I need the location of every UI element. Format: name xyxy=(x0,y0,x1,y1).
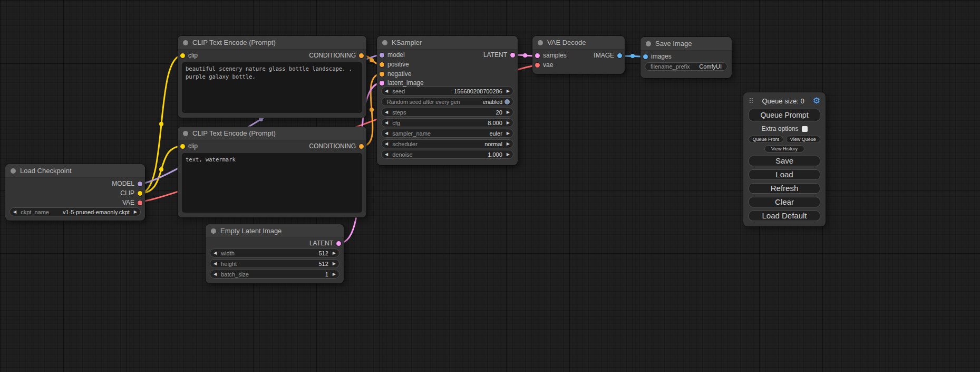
input-slot-images[interactable]: images xyxy=(643,52,672,61)
node-clip-text-encode-negative[interactable]: CLIP Text Encode (Prompt) clip CONDITION… xyxy=(178,127,366,217)
image-slot-dot[interactable] xyxy=(617,53,622,58)
node-load-checkpoint[interactable]: Load Checkpoint MODEL CLIP VAE ◀ ckpt_na… xyxy=(5,164,145,221)
decrement-arrow-icon[interactable]: ◀ xyxy=(385,142,388,146)
widget-height[interactable]: ◀ height 512 ▶ xyxy=(210,259,339,268)
decrement-arrow-icon[interactable]: ◀ xyxy=(385,121,388,125)
drag-handle-icon[interactable]: ⠿ xyxy=(749,97,754,105)
model-slot-dot[interactable] xyxy=(380,53,384,58)
input-slot-negative[interactable]: negative xyxy=(380,69,411,79)
widget-filename-prefix[interactable]: filename_prefix ComfyUI xyxy=(645,62,727,71)
output-slot-conditioning[interactable]: CONDITIONING xyxy=(309,51,364,60)
clip-slot-dot[interactable] xyxy=(138,191,142,196)
widget-width[interactable]: ◀ width 512 ▶ xyxy=(210,249,339,257)
node-title-bar[interactable]: KSampler xyxy=(377,36,518,50)
conditioning-slot-dot[interactable] xyxy=(359,53,364,58)
load-button[interactable]: Load xyxy=(749,169,820,180)
node-title-bar[interactable]: Empty Latent Image xyxy=(206,224,344,238)
node-title-bar[interactable]: Save Image xyxy=(641,37,732,51)
vae-slot-dot[interactable] xyxy=(138,201,142,205)
extra-options-checkbox[interactable] xyxy=(802,126,808,132)
node-vae-decode[interactable]: VAE Decode samples IMAGE vae xyxy=(532,36,625,74)
output-slot-conditioning[interactable]: CONDITIONING xyxy=(309,141,364,151)
widget-scheduler[interactable]: ◀ scheduler normal ▶ xyxy=(381,139,513,148)
widget-batch-size[interactable]: ◀ batch_size 1 ▶ xyxy=(210,270,339,279)
widget-random-seed-toggle[interactable]: Random seed after every gen enabled xyxy=(381,97,513,106)
input-slot-clip[interactable]: clip xyxy=(180,51,198,60)
input-slot-vae[interactable]: vae xyxy=(535,60,553,70)
widget-steps[interactable]: ◀ steps 20 ▶ xyxy=(381,108,513,117)
node-clip-text-encode-positive[interactable]: CLIP Text Encode (Prompt) clip CONDITION… xyxy=(178,36,366,118)
collapse-dot-icon[interactable] xyxy=(538,40,543,45)
decrement-arrow-icon[interactable]: ◀ xyxy=(385,89,388,93)
widget-cfg[interactable]: ◀ cfg 8.000 ▶ xyxy=(381,118,513,127)
output-slot-model[interactable]: MODEL xyxy=(112,179,142,188)
output-slot-image[interactable]: IMAGE xyxy=(594,51,622,60)
input-slot-model[interactable]: model xyxy=(380,50,405,60)
queue-prompt-button[interactable]: Queue Prompt xyxy=(749,109,820,121)
collapse-dot-icon[interactable] xyxy=(183,40,188,45)
negative-prompt-textarea[interactable]: text, watermark xyxy=(182,153,362,213)
settings-gear-icon[interactable]: ⚙ xyxy=(813,97,820,105)
view-queue-button[interactable]: View Queue xyxy=(786,136,821,143)
output-slot-vae[interactable]: VAE xyxy=(122,198,142,207)
latent-slot-dot[interactable] xyxy=(510,53,515,58)
model-slot-dot[interactable] xyxy=(138,182,142,186)
increment-arrow-icon[interactable]: ▶ xyxy=(333,262,336,266)
increment-arrow-icon[interactable]: ▶ xyxy=(507,152,510,157)
widget-sampler-name[interactable]: ◀ sampler_name euler ▶ xyxy=(381,129,513,138)
image-slot-dot[interactable] xyxy=(643,54,648,59)
comfyui-canvas[interactable]: { "colors": { "MODEL": "#B39DDB", "CLIP"… xyxy=(0,0,980,372)
queue-front-button[interactable]: Queue Front xyxy=(749,136,783,143)
clip-slot-dot[interactable] xyxy=(180,53,185,58)
widget-seed[interactable]: ◀ seed 156680208700286 ▶ xyxy=(381,87,513,96)
input-slot-positive[interactable]: positive xyxy=(380,60,409,69)
increment-arrow-icon[interactable]: ▶ xyxy=(507,110,510,115)
clip-slot-dot[interactable] xyxy=(180,144,185,149)
increment-arrow-icon[interactable]: ▶ xyxy=(333,272,336,276)
vae-slot-dot[interactable] xyxy=(535,63,540,68)
output-slot-clip[interactable]: CLIP xyxy=(120,188,142,198)
latent-slot-dot[interactable] xyxy=(380,81,384,85)
node-empty-latent-image[interactable]: Empty Latent Image LATENT ◀ width 512 ▶ … xyxy=(206,224,344,283)
positive-prompt-textarea[interactable]: beautiful scenery nature glass bottle la… xyxy=(182,62,362,113)
node-title-bar[interactable]: CLIP Text Encode (Prompt) xyxy=(178,36,366,50)
clear-button[interactable]: Clear xyxy=(749,197,820,207)
collapse-dot-icon[interactable] xyxy=(382,40,387,45)
save-button[interactable]: Save xyxy=(749,156,820,166)
collapse-dot-icon[interactable] xyxy=(183,131,188,136)
collapse-dot-icon[interactable] xyxy=(211,228,216,234)
decrement-arrow-icon[interactable]: ◀ xyxy=(214,262,217,266)
widget-ckpt-name[interactable]: ◀ ckpt_name v1-5-pruned-emaonly.ckpt ▶ xyxy=(9,207,141,216)
collapse-dot-icon[interactable] xyxy=(11,168,16,174)
latent-slot-dot[interactable] xyxy=(535,53,540,58)
refresh-button[interactable]: Refresh xyxy=(749,183,820,194)
view-history-button[interactable]: View History xyxy=(764,145,804,152)
conditioning-slot-dot[interactable] xyxy=(359,144,364,149)
increment-arrow-icon[interactable]: ▶ xyxy=(507,89,510,93)
increment-arrow-icon[interactable]: ▶ xyxy=(333,251,336,255)
conditioning-slot-dot[interactable] xyxy=(380,62,384,67)
widget-denoise[interactable]: ◀ denoise 1.000 ▶ xyxy=(381,150,513,159)
output-slot-latent[interactable]: LATENT xyxy=(309,239,341,248)
input-slot-samples[interactable]: samples xyxy=(535,51,567,60)
decrement-arrow-icon[interactable]: ◀ xyxy=(13,210,16,214)
node-title-bar[interactable]: VAE Decode xyxy=(532,36,625,50)
output-slot-latent[interactable]: LATENT xyxy=(483,50,515,60)
increment-arrow-icon[interactable]: ▶ xyxy=(507,131,510,136)
decrement-arrow-icon[interactable]: ◀ xyxy=(385,152,388,157)
toggle-knob-icon[interactable] xyxy=(504,99,510,104)
input-slot-clip[interactable]: clip xyxy=(180,141,198,151)
collapse-dot-icon[interactable] xyxy=(646,41,651,46)
node-title-bar[interactable]: CLIP Text Encode (Prompt) xyxy=(178,127,366,140)
increment-arrow-icon[interactable]: ▶ xyxy=(507,121,510,125)
conditioning-slot-dot[interactable] xyxy=(380,72,384,77)
decrement-arrow-icon[interactable]: ◀ xyxy=(214,251,217,255)
decrement-arrow-icon[interactable]: ◀ xyxy=(214,272,217,276)
load-default-button[interactable]: Load Default xyxy=(749,211,820,221)
decrement-arrow-icon[interactable]: ◀ xyxy=(385,110,388,115)
latent-slot-dot[interactable] xyxy=(336,241,341,246)
decrement-arrow-icon[interactable]: ◀ xyxy=(385,131,388,136)
node-save-image[interactable]: Save Image images filename_prefix ComfyU… xyxy=(641,37,732,78)
increment-arrow-icon[interactable]: ▶ xyxy=(134,210,137,214)
node-title-bar[interactable]: Load Checkpoint xyxy=(5,164,145,178)
